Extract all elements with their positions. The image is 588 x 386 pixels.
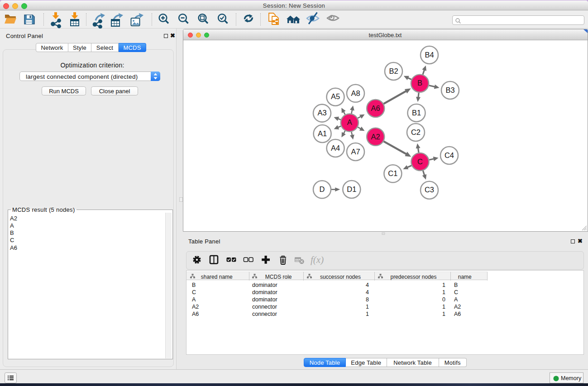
svg-text:A8: A8 [351, 89, 360, 97]
svg-text:B4: B4 [425, 50, 434, 58]
svg-text:A: A [347, 118, 352, 126]
svg-text:D: D [319, 185, 325, 193]
svg-text:D1: D1 [347, 185, 356, 193]
svg-text:A4: A4 [331, 143, 340, 152]
svg-text:A3: A3 [317, 109, 326, 117]
svg-text:A5: A5 [330, 92, 339, 100]
svg-text:C2: C2 [411, 128, 420, 136]
svg-text:B: B [417, 79, 422, 87]
svg-text:C1: C1 [388, 169, 397, 177]
svg-text:f(x): f(x) [311, 254, 324, 265]
svg-text:A6: A6 [371, 104, 380, 112]
svg-text:B3: B3 [445, 86, 454, 94]
svg-text:C4: C4 [444, 151, 454, 159]
svg-text:A7: A7 [351, 147, 360, 155]
svg-text:B1: B1 [411, 108, 421, 116]
svg-text:C: C [417, 157, 423, 165]
svg-text:A2: A2 [371, 132, 380, 140]
svg-text:C3: C3 [424, 186, 434, 194]
svg-text:B2: B2 [389, 67, 398, 75]
svg-text:A1: A1 [318, 129, 327, 137]
